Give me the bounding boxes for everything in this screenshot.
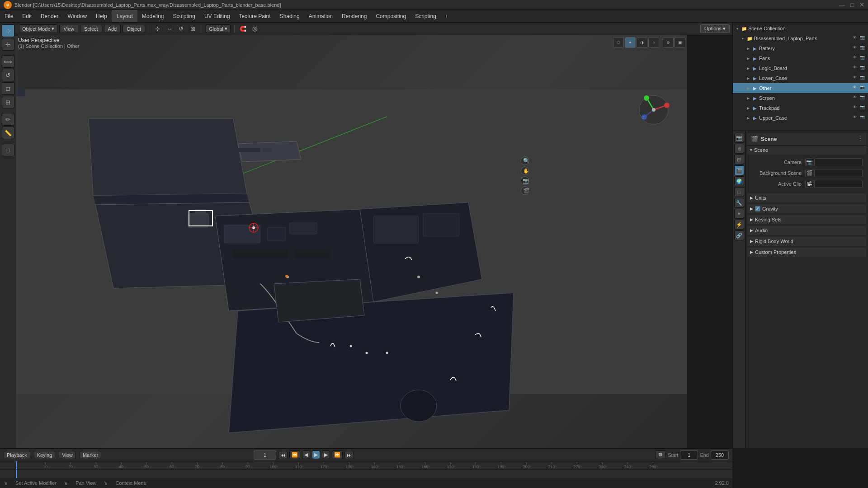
outliner-battery[interactable]: ▶ ▶ Battery 👁 📷	[733, 43, 868, 53]
options-button[interactable]: Options ▾	[700, 24, 730, 33]
fans-camera[interactable]: 📷	[860, 55, 866, 61]
tab-add[interactable]: +	[441, 10, 453, 22]
start-frame-input[interactable]: 1	[680, 450, 698, 460]
select-tool-btn[interactable]: ⊹	[153, 24, 163, 34]
audio-header[interactable]: ▶ Audio	[747, 226, 866, 235]
units-header[interactable]: ▶ Units	[747, 193, 866, 202]
lower-case-camera[interactable]: 📷	[860, 75, 866, 81]
active-clip-icon[interactable]: 📽	[805, 180, 813, 188]
tab-layout[interactable]: Layout	[112, 10, 137, 22]
tab-scripting[interactable]: Scripting	[410, 10, 441, 22]
prev-keyframe-btn[interactable]: ⏪	[289, 450, 300, 459]
object-menu[interactable]: Object	[123, 25, 145, 33]
screen-camera[interactable]: 📷	[860, 95, 866, 101]
scale-tool[interactable]: ⊡	[2, 82, 14, 95]
3d-viewport[interactable]: X Y Z 🔍 ✋ 📷	[16, 35, 687, 448]
close-button[interactable]: ✕	[859, 1, 864, 8]
outliner-scene-collection[interactable]: ▾ 📁 Scene Collection	[733, 23, 868, 33]
render-props-tab[interactable]: 📷	[734, 133, 744, 143]
minimize-button[interactable]: —	[839, 1, 845, 8]
keying-menu[interactable]: Keying	[34, 451, 56, 459]
next-keyframe-btn[interactable]: ⏩	[332, 450, 343, 459]
snap-btn[interactable]: 🧲	[238, 24, 248, 34]
transform-tool[interactable]: ⊞	[2, 96, 14, 108]
other-visibility[interactable]: 👁	[853, 85, 859, 91]
maximize-button[interactable]: □	[850, 1, 854, 8]
output-props-tab[interactable]: 🖥	[734, 144, 744, 154]
current-frame-display[interactable]: 1	[254, 450, 276, 460]
rendered-btn[interactable]: ○	[648, 37, 659, 48]
tab-modeling[interactable]: Modeling	[137, 10, 169, 22]
tab-texture-paint[interactable]: Texture Paint	[235, 10, 275, 22]
window-controls[interactable]: — □ ✕	[839, 1, 864, 8]
outliner-lower-case[interactable]: ▶ ▶ Lower_Case 👁 📷	[733, 73, 868, 83]
outliner-screen[interactable]: ▶ ▶ Screen 👁 📷	[733, 93, 868, 103]
scale-tool-btn[interactable]: ⊠	[188, 24, 198, 34]
rotate-tool-btn[interactable]: ↺	[176, 24, 186, 34]
props-options-icon[interactable]: ⋮	[858, 136, 863, 142]
overlay-btn[interactable]: ⊕	[663, 37, 674, 48]
marker-menu[interactable]: Marker	[80, 451, 101, 459]
end-frame-input[interactable]: 250	[711, 450, 729, 460]
rotate-tool[interactable]: ↺	[2, 69, 14, 81]
jump-start-btn[interactable]: ⏮	[278, 451, 288, 459]
bg-scene-icon[interactable]: 🎬	[805, 169, 813, 177]
object-mode-dropdown[interactable]: Object Mode ▾	[19, 24, 57, 33]
active-clip-value[interactable]	[814, 180, 863, 188]
solid-btn[interactable]: ●	[625, 37, 636, 48]
rigid-body-header[interactable]: ▶ Rigid Body World	[747, 237, 866, 246]
view-layer-tab[interactable]: ⊞	[734, 155, 744, 164]
lower-case-visibility[interactable]: 👁	[853, 75, 859, 81]
menu-window[interactable]: Window	[63, 10, 91, 22]
annotate-tool[interactable]: ✏	[2, 113, 14, 126]
playback-menu[interactable]: Playback	[4, 451, 30, 459]
camera-picker-icon[interactable]: 📷	[805, 158, 813, 166]
gravity-header[interactable]: ▶ ✓ Gravity	[747, 204, 866, 213]
outliner-fans[interactable]: ▶ ▶ Fans 👁 📷	[733, 53, 868, 63]
other-camera[interactable]: 📷	[860, 85, 866, 91]
physics-tab[interactable]: ⚡	[734, 220, 744, 230]
move-tool-btn[interactable]: ↔	[165, 24, 175, 34]
outliner-logic-board[interactable]: ▶ ▶ Logic_Board 👁 📷	[733, 63, 868, 73]
modifier-props-tab[interactable]: 🔧	[734, 198, 744, 208]
particles-tab[interactable]: ✦	[734, 209, 744, 219]
upper-case-camera[interactable]: 📷	[860, 115, 866, 121]
screen-visibility[interactable]: 👁	[853, 95, 859, 101]
menu-help[interactable]: Help	[91, 10, 112, 22]
menu-file[interactable]: File	[0, 10, 18, 22]
select-box-tool[interactable]: ⊹	[2, 24, 14, 37]
select-menu[interactable]: Select	[80, 25, 102, 33]
keying-sets-header[interactable]: ▶ Keying Sets	[747, 215, 866, 224]
constraints-tab[interactable]: 🔗	[734, 230, 744, 240]
world-props-tab[interactable]: 🌍	[734, 176, 744, 186]
fans-visibility[interactable]: 👁	[853, 55, 859, 61]
logic-board-visibility[interactable]: 👁	[853, 65, 859, 71]
battery-visibility[interactable]: 👁	[853, 45, 859, 52]
play-btn[interactable]: ▶	[312, 450, 320, 459]
outliner-laptop-parts[interactable]: ▾ 📁 Disassembled_Laptop_Parts 👁 📷	[733, 33, 868, 43]
tab-compositing[interactable]: Compositing	[371, 10, 410, 22]
gravity-checkbox[interactable]: ✓	[755, 206, 760, 211]
tab-rendering[interactable]: Rendering	[337, 10, 371, 22]
outliner-trackpad[interactable]: ▶ ▶ Trackpad 👁 📷	[733, 103, 868, 113]
tab-uv-editing[interactable]: UV Editing	[200, 10, 235, 22]
outliner-other[interactable]: ▶ ▶ Other 👁 📷	[733, 83, 868, 93]
custom-props-header[interactable]: ▶ Custom Properties	[747, 248, 866, 257]
add-menu[interactable]: Add	[104, 25, 121, 33]
camera-value[interactable]	[814, 158, 863, 166]
xray-btn[interactable]: ▣	[675, 37, 685, 48]
trackpad-visibility[interactable]: 👁	[853, 105, 859, 111]
trackpad-camera[interactable]: 📷	[860, 105, 866, 111]
measure-tool[interactable]: 📏	[2, 127, 14, 139]
move-tool[interactable]: ⟺	[2, 55, 14, 68]
wireframe-btn[interactable]: ⬡	[613, 37, 624, 48]
material-preview-btn[interactable]: ◑	[637, 37, 647, 48]
timeline-options-btn[interactable]: ⚙	[655, 450, 666, 459]
bg-scene-value[interactable]	[814, 169, 863, 177]
visibility-icon[interactable]: 👁	[853, 35, 859, 42]
prev-frame-btn[interactable]: ◀	[302, 450, 310, 459]
logic-board-camera[interactable]: 📷	[860, 65, 866, 71]
add-cube-tool[interactable]: □	[2, 144, 14, 156]
tab-sculpting[interactable]: Sculpting	[169, 10, 200, 22]
tab-shading[interactable]: Shading	[275, 10, 304, 22]
